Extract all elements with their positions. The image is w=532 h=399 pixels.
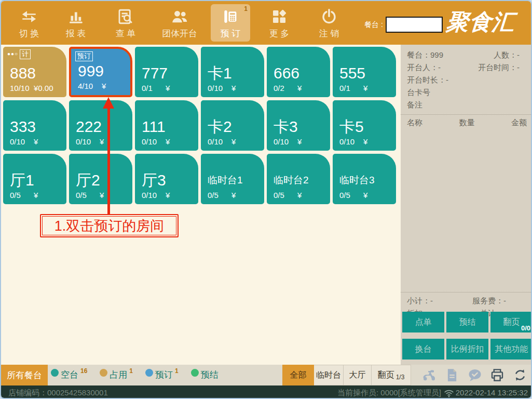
nav-label: 团体开台 bbox=[162, 28, 197, 39]
info-right: 人数：- bbox=[494, 49, 520, 61]
col-name: 名称 bbox=[407, 118, 447, 128]
order-button[interactable]: 点单 bbox=[402, 312, 444, 332]
table-card-卡1[interactable]: 卡10/10¥ bbox=[201, 47, 264, 97]
check-order-icon bbox=[116, 7, 135, 26]
table-occupancy: 0/1¥ bbox=[339, 84, 367, 92]
divider bbox=[401, 292, 532, 292]
pre-settle-button[interactable]: 预结 bbox=[446, 312, 488, 332]
occupancy-ratio: 0/10 bbox=[274, 137, 297, 146]
table-card-333[interactable]: 3330/10¥ bbox=[3, 100, 66, 151]
table-card-卡5[interactable]: 卡50/10¥ bbox=[333, 100, 396, 151]
table-occupancy: 0/10¥ bbox=[76, 137, 104, 146]
app-window: 切 换报 表查 单团体开台预 订1更 多注 销 餐台 : 聚食汇 ●●○计888… bbox=[0, 0, 532, 399]
printer-icon[interactable] bbox=[489, 367, 505, 383]
table-detail-panel: 餐台：999人数：-开台人：-开台时间：-开台时长：-台卡号备注 名称 数量 金… bbox=[401, 45, 532, 365]
nav-item-switch[interactable]: 切 换 bbox=[8, 4, 50, 42]
all-tables-button[interactable]: 所有餐台 bbox=[1, 365, 48, 385]
table-card-666[interactable]: 6660/2¥ bbox=[267, 47, 330, 97]
wifi-icon bbox=[443, 387, 455, 398]
table-name: 卡5 bbox=[339, 119, 364, 135]
table-name: 卡3 bbox=[274, 119, 298, 135]
table-name: 222 bbox=[76, 119, 102, 135]
table-card-厅1[interactable]: 厅10/5¥ bbox=[3, 154, 66, 204]
table-card-999[interactable]: 预订9994/10¥ bbox=[69, 47, 132, 97]
info-row: 备注 bbox=[401, 99, 532, 111]
occupancy-ratio: 0/5 bbox=[76, 191, 100, 200]
table-occupancy: 0/10¥ bbox=[274, 137, 302, 146]
occupancy-ratio: 0/5 bbox=[339, 191, 363, 200]
page-turn-button[interactable]: 翻页0/0 bbox=[490, 312, 532, 332]
amount: ¥ bbox=[102, 82, 106, 90]
table-card-卡2[interactable]: 卡20/10¥ bbox=[201, 100, 264, 151]
legend-item-空台: 空台16 bbox=[51, 365, 87, 385]
nav-badge: 1 bbox=[244, 5, 248, 12]
table-card-临时台2[interactable]: 临时台20/5¥ bbox=[267, 154, 330, 204]
table-occupancy: 0/1¥ bbox=[142, 84, 170, 92]
refresh-icon[interactable] bbox=[512, 367, 528, 383]
ratio-discount-button[interactable]: 比例折扣 bbox=[446, 339, 488, 360]
table-card-卡3[interactable]: 卡30/10¥ bbox=[267, 100, 330, 151]
nav-item-reports[interactable]: 报 表 bbox=[55, 4, 97, 42]
divider bbox=[401, 114, 532, 115]
legend-item-预结: 预结 bbox=[191, 365, 219, 385]
datetime: 2022-02-14 13:25:32 bbox=[456, 388, 528, 397]
table-name: 厅3 bbox=[142, 172, 166, 188]
nav-item-group-open[interactable]: 团体开台 bbox=[153, 4, 206, 42]
amount: ¥ bbox=[297, 137, 302, 146]
amount: ¥ bbox=[231, 84, 236, 92]
table-card-111[interactable]: 1110/10¥ bbox=[135, 100, 198, 151]
switch-icon bbox=[20, 7, 38, 26]
nav-item-logout[interactable]: 注 销 bbox=[308, 4, 350, 42]
filter-temp-tables[interactable]: 临时台 bbox=[314, 365, 344, 385]
amount: ¥ bbox=[297, 84, 302, 92]
table-name: 888 bbox=[10, 65, 36, 81]
status-legend: 空台16占用1预订1预结 bbox=[51, 365, 219, 385]
table-occupancy: 0/10¥ bbox=[339, 137, 367, 146]
change-table-button[interactable]: 换台 bbox=[402, 339, 444, 360]
legend-item-预订: 预订1 bbox=[145, 365, 179, 385]
legend-item-占用: 占用1 bbox=[100, 365, 133, 385]
info-row: 开台人：-开台时间：- bbox=[401, 61, 532, 74]
table-number-input[interactable] bbox=[386, 17, 443, 33]
nav-item-check-order[interactable]: 查 单 bbox=[105, 4, 146, 42]
logout-icon bbox=[320, 7, 338, 26]
table-card-222[interactable]: 2220/10¥ bbox=[69, 100, 132, 151]
page-turn-control[interactable]: 翻页1/3 bbox=[372, 365, 411, 385]
info-left: 台卡号 bbox=[407, 86, 430, 99]
message-icon[interactable] bbox=[467, 367, 483, 383]
amount: ¥ bbox=[166, 137, 170, 146]
table-card-厅2[interactable]: 厅20/5¥ bbox=[69, 154, 132, 204]
page-value: 1/3 bbox=[396, 374, 405, 381]
occupancy-ratio: 0/10 bbox=[208, 137, 231, 146]
amount: ¥0.00 bbox=[34, 84, 53, 92]
table-name: 111 bbox=[142, 119, 166, 135]
nav-label: 更 多 bbox=[269, 28, 290, 39]
button-label: 预结 bbox=[459, 317, 476, 328]
table-card-888[interactable]: ●●○计88810/10¥0.00 bbox=[3, 47, 66, 97]
table-card-厅3[interactable]: 厅30/10¥ bbox=[135, 154, 198, 204]
scooter-icon[interactable] bbox=[421, 367, 437, 383]
nav-label: 预 订 bbox=[221, 28, 241, 39]
filter-hall[interactable]: 大厅 bbox=[344, 365, 372, 385]
table-card-临时台1[interactable]: 临时台10/5¥ bbox=[201, 154, 264, 204]
document-icon[interactable] bbox=[444, 367, 460, 383]
nav-item-reservation[interactable]: 预 订1 bbox=[211, 4, 250, 42]
store-code: 店铺编码：00025425830001 bbox=[8, 388, 108, 398]
info-left: 餐台：999 bbox=[407, 49, 443, 61]
amount: ¥ bbox=[363, 84, 367, 92]
table-number-field: 餐台 : bbox=[364, 17, 443, 33]
item-list-empty bbox=[401, 129, 532, 289]
col-qty: 数量 bbox=[447, 118, 487, 128]
table-card-临时台3[interactable]: 临时台30/5¥ bbox=[333, 154, 396, 204]
status-bar: 店铺编码：00025425830001 当前操作员: 0000[系统管理员] 2… bbox=[1, 385, 532, 399]
table-card-777[interactable]: 7770/1¥ bbox=[135, 47, 198, 97]
nav-item-more[interactable]: 更 多 bbox=[258, 4, 300, 42]
other-functions-button[interactable]: 其他功能 bbox=[490, 339, 532, 360]
annotation-box: 1.双击预订的房间 bbox=[40, 214, 179, 237]
legend-label: 占用 bbox=[110, 365, 127, 385]
filter-all[interactable]: 全部 bbox=[282, 365, 314, 385]
occupancy-ratio: 0/10 bbox=[76, 137, 100, 146]
occupancy-ratio: 4/10 bbox=[78, 82, 102, 90]
info-row: 餐台：999人数：- bbox=[401, 49, 532, 61]
table-card-555[interactable]: 5550/1¥ bbox=[333, 47, 396, 97]
